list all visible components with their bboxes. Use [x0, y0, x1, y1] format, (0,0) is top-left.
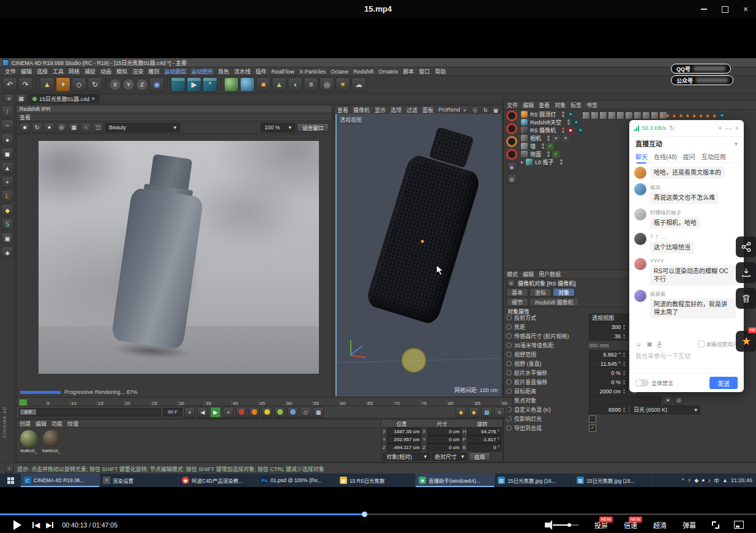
om-menu-edit[interactable]: 编辑 — [523, 101, 534, 109]
spline-icon[interactable]: ◖ — [288, 77, 302, 92]
taskbar-item-jpg-2[interactable]: ▨ 15日光焦散.jpg (16... — [574, 474, 653, 487]
pin-icon[interactable]: ⌖ — [718, 124, 722, 132]
cast-button[interactable]: 投屏 NEW — [594, 520, 608, 530]
protection-tag-icon[interactable]: ● — [567, 127, 574, 134]
ipr-refresh-icon[interactable]: ↻ — [32, 123, 42, 133]
vp-menu-cameras[interactable]: 摄像机 — [353, 106, 370, 114]
tab-details[interactable]: 细节 — [506, 298, 528, 306]
taskbar-item-photoshop[interactable]: Ps 01.psd @ 100% (Re... — [258, 474, 337, 487]
film-offset-v-field[interactable]: 0 %▲▼ — [589, 378, 628, 387]
size-x-field[interactable]: 0 cm — [427, 428, 462, 436]
viewport-label[interactable]: 透视视图 — [340, 116, 362, 124]
pen-tool-icon[interactable]: / — [1, 105, 13, 118]
play-button[interactable] — [13, 520, 21, 530]
apply-button[interactable]: 应用 — [469, 452, 490, 461]
keyframe-selection-icon[interactable]: ▦ — [313, 407, 324, 418]
speaker-icon[interactable] — [545, 523, 549, 527]
render-settings-icon[interactable]: * — [203, 77, 217, 92]
scale-tool-icon[interactable]: ◇ — [72, 77, 86, 92]
texture-mode-icon[interactable]: ◈ — [1, 246, 13, 259]
menu-edit[interactable]: 编辑 — [18, 67, 34, 75]
menu-snap[interactable]: 捕捉 — [82, 67, 98, 75]
menu-redshift[interactable]: Redshift — [351, 69, 376, 75]
vp-zoom-icon[interactable]: ◇ — [471, 106, 479, 115]
rs-tag-icon[interactable]: + — [572, 119, 580, 126]
menu-motion-tracker[interactable]: 运动跟踪 — [162, 67, 189, 75]
vp-menu-panel[interactable]: 面板 — [422, 106, 433, 114]
end-frame-field[interactable]: 90 F — [163, 408, 182, 417]
am-menu-edit[interactable]: 编辑 — [523, 270, 534, 278]
phong-tag-icon[interactable]: ✓ — [547, 143, 554, 150]
s-tool-icon[interactable]: S — [1, 218, 13, 230]
coord-mode-dropdown[interactable]: 对象(相对)▾ — [383, 453, 430, 461]
tab-online[interactable]: 在线(48) — [654, 152, 677, 161]
menu-select[interactable]: 选择 — [34, 67, 50, 75]
visibility-dots[interactable] — [547, 135, 550, 141]
taskbar-item-browser[interactable]: ◉ 阿波C4D产品渲染教... — [179, 474, 258, 487]
record-position-icon[interactable] — [249, 407, 260, 418]
fullscreen-icon[interactable] — [712, 521, 719, 529]
dopesheet-icon[interactable]: ≡ — [494, 407, 505, 418]
sky-icon[interactable]: ☁ — [351, 77, 366, 92]
clock[interactable]: 21:26:46 — [731, 477, 752, 483]
focus-object-field[interactable] — [589, 396, 661, 405]
affect-lights-checkbox[interactable] — [589, 415, 596, 423]
fov-v-field[interactable]: 11.645 °▲▼ — [589, 360, 628, 368]
snap-icon[interactable]: ◆ — [1, 204, 13, 216]
pos-x-field[interactable]: 1687.35 cm — [387, 428, 421, 436]
trash-button[interactable] — [736, 288, 756, 309]
pyramid-primitive-icon[interactable]: ▲ — [272, 77, 286, 92]
network-tray-icon[interactable]: ▲ — [722, 477, 728, 483]
vp-menu-view[interactable]: 查看 — [337, 106, 348, 114]
menu-ornatrix[interactable]: Ornatrix — [376, 69, 400, 75]
workplane-icon[interactable]: ▣ — [1, 232, 13, 244]
menu-mesh[interactable]: 网格 — [66, 67, 82, 75]
vp-rotate-icon[interactable]: ↻ — [481, 106, 490, 115]
ipr-region-icon[interactable]: ○ — [81, 123, 91, 133]
download-button[interactable] — [736, 262, 756, 283]
expand-arrow-icon[interactable]: ▸ — [521, 159, 523, 165]
select-tool-icon[interactable]: ▲ — [40, 77, 54, 92]
menu-sculpt[interactable]: 雕刻 — [146, 67, 162, 75]
camera-icon[interactable]: ◎ — [320, 77, 334, 92]
focal-length-field[interactable]: 300▲▼ — [589, 323, 628, 331]
menu-pipeline[interactable]: 流水线 — [231, 67, 253, 75]
diamond-icon[interactable]: ◆ — [507, 162, 517, 172]
undo-icon[interactable]: ↶ — [2, 77, 17, 92]
keyframe-dot[interactable] — [506, 324, 512, 330]
fcurve-icon[interactable]: ▦ — [481, 407, 492, 418]
visibility-dots[interactable] — [560, 159, 563, 165]
play-icon[interactable]: ▶ — [210, 407, 221, 418]
points-mode-icon[interactable]: ● — [1, 134, 13, 146]
prev-video-button[interactable]: ◀ — [32, 521, 40, 529]
close-icon[interactable]: × — [735, 124, 739, 132]
mat-menu-function[interactable]: 功能 — [51, 420, 62, 428]
menu-xparticles[interactable]: X-Particles — [297, 69, 329, 75]
lock-x-icon[interactable]: X — [109, 78, 121, 91]
vp-toggle-icon[interactable]: ▦ — [492, 106, 500, 115]
avatar[interactable] — [634, 233, 646, 245]
favorite-button[interactable]: ★ NEW — [736, 331, 756, 352]
next-video-button[interactable]: ▶ — [46, 521, 53, 529]
tab-questions[interactable]: 提问 — [683, 152, 695, 161]
avatar[interactable] — [634, 183, 646, 195]
pos-z-field[interactable]: -494.117 cm — [387, 444, 421, 452]
l-system-icon[interactable]: L — [1, 190, 13, 202]
render-to-picture-viewer-icon[interactable]: ▶ — [187, 77, 201, 92]
viewport-bottle-wireframe[interactable] — [364, 147, 484, 326]
mat-menu-texture[interactable]: 纹理 — [67, 420, 78, 428]
ipr-snapshot-icon[interactable]: ◎ — [56, 123, 67, 133]
menu-realflow[interactable]: RealFlow — [269, 69, 297, 75]
minimize-icon[interactable]: — — [725, 124, 732, 132]
tray-icon[interactable]: ◆ — [694, 477, 698, 483]
redo-icon[interactable]: ↷ — [18, 77, 33, 92]
taskbar-item-render-settings[interactable]: * 渲染设置 — [100, 474, 179, 487]
ipr-compare-icon[interactable]: ◻ — [93, 123, 103, 133]
lightning-tray-icon[interactable]: ⚡ — [687, 477, 691, 483]
ipr-fit-button[interactable]: 适合窗口 — [297, 123, 329, 132]
color-temp-preset-dropdown[interactable]: 日光 (6500 K)▾ — [631, 406, 700, 414]
spline-pen-icon[interactable]: ~ — [1, 119, 13, 132]
aov-dropdown[interactable]: Beauty▾ — [105, 123, 180, 132]
volume-control[interactable] — [545, 523, 578, 527]
layout-grid-icon[interactable]: ≡ — [4, 94, 14, 104]
